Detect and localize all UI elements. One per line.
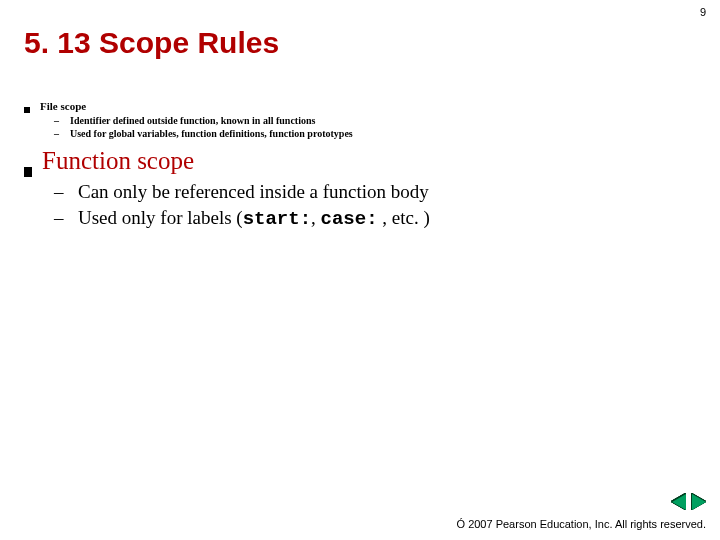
content-area: File scope – Identifier defined outside …: [24, 100, 696, 234]
triangle-right-icon: [692, 494, 706, 510]
list-item: – Can only be referenced inside a functi…: [54, 181, 696, 203]
code-case: case:: [321, 208, 378, 230]
list-item: – Identifier defined outside function, k…: [54, 115, 696, 126]
page-number: 9: [700, 6, 706, 18]
text-fragment: Used only for labels (: [78, 207, 243, 228]
square-bullet-icon: [24, 107, 30, 113]
dash-icon: –: [54, 128, 70, 139]
prev-button[interactable]: [672, 494, 686, 510]
dash-icon: –: [54, 181, 78, 203]
file-scope-item-1: Identifier defined outside function, kno…: [70, 115, 315, 126]
file-scope-heading: File scope: [40, 100, 86, 112]
function-scope-item-2: Used only for labels (start:, case: , et…: [78, 207, 430, 230]
section-file-scope: File scope: [24, 100, 696, 115]
next-button[interactable]: [692, 494, 706, 510]
text-fragment: , etc. ): [378, 207, 430, 228]
square-bullet-icon: [24, 167, 32, 177]
code-start: start:: [243, 208, 311, 230]
list-item: – Used only for labels (start:, case: , …: [54, 207, 696, 230]
copyright-footer: Ó 2007 Pearson Education, Inc. All right…: [457, 518, 706, 530]
dash-icon: –: [54, 207, 78, 229]
text-fragment: ,: [311, 207, 321, 228]
triangle-left-icon: [672, 494, 686, 510]
function-scope-item-1: Can only be referenced inside a function…: [78, 181, 429, 203]
list-item: – Used for global variables, function de…: [54, 128, 696, 139]
file-scope-item-2: Used for global variables, function defi…: [70, 128, 353, 139]
function-scope-heading: Function scope: [42, 147, 194, 175]
section-function-scope: Function scope: [24, 147, 696, 175]
function-scope-subitems: – Can only be referenced inside a functi…: [54, 181, 696, 230]
file-scope-subitems: – Identifier defined outside function, k…: [54, 115, 696, 139]
nav-controls: [672, 494, 706, 510]
dash-icon: –: [54, 115, 70, 126]
slide-title: 5. 13 Scope Rules: [24, 26, 279, 60]
